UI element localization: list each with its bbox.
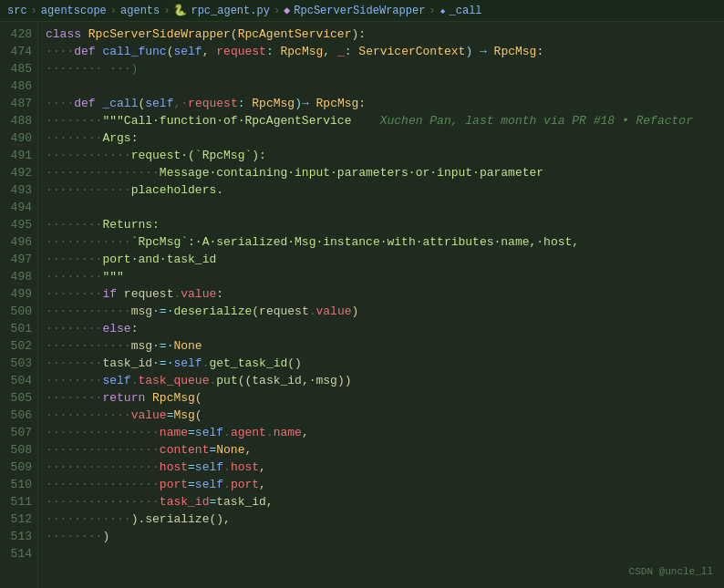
line-number: 494 — [7, 199, 32, 216]
breadcrumb-bar: src › agentscope › agents › 🐍 rpc_agent.… — [0, 0, 724, 22]
code-token: name — [160, 426, 188, 439]
code-token: ············ — [46, 183, 131, 197]
code-token: RpcAgentServicer — [238, 27, 352, 41]
line-number: 510 — [7, 476, 32, 493]
line-number: 501 — [7, 320, 32, 337]
code-token: self — [195, 426, 223, 439]
code-token: call_func — [102, 45, 166, 58]
code-token: () — [287, 356, 302, 370]
code-token: self — [102, 374, 130, 387]
code-token: ,· — [173, 97, 188, 110]
code-token: ········ — [46, 270, 102, 284]
code-line: ············msg·=·deserialize(request.va… — [46, 303, 717, 320]
code-token: ) — [102, 530, 109, 543]
line-number: 492 — [7, 164, 32, 181]
code-token: msg — [131, 339, 152, 353]
line-number: 474 — [7, 43, 32, 60]
breadcrumb-class[interactable]: RpcServerSideWrapper — [294, 5, 425, 17]
code-line: ············`RpcMsg`:·A·serialized·Msg·i… — [46, 233, 717, 251]
code-container: 4284744854864874884904914924934944954964… — [0, 22, 724, 588]
line-number: 491 — [7, 147, 32, 164]
code-line: ········"""Call·function·of·RpcAgentServ… — [46, 112, 717, 129]
code-area[interactable]: class RpcServerSideWrapper(RpcAgentServi… — [38, 22, 724, 588]
code-token: task_id — [102, 356, 152, 370]
code-line: ········""" — [46, 268, 717, 285]
code-token: Returns — [102, 218, 152, 232]
line-number: 511 — [7, 493, 32, 511]
code-token: : — [266, 45, 281, 58]
code-token: : — [238, 97, 253, 110]
code-token: ········ — [46, 374, 102, 387]
code-token: ( — [231, 27, 238, 41]
code-token: ········ — [46, 530, 102, 543]
line-number: 507 — [7, 424, 32, 441]
code-token: : — [345, 45, 359, 58]
code-token: ········ — [46, 218, 102, 232]
code-line: ············value=Msg( — [46, 407, 717, 424]
code-line: ········else: — [46, 320, 717, 337]
code-token: ············ — [46, 339, 131, 353]
code-token: host — [160, 460, 188, 474]
line-number: 498 — [7, 268, 32, 285]
code-token: task_queue — [138, 374, 209, 387]
code-token: self — [173, 356, 202, 370]
code-token: agent — [231, 426, 266, 439]
watermark: CSDN @uncle_ll — [629, 563, 713, 581]
line-number: 493 — [7, 181, 32, 199]
code-token: ·=· — [152, 304, 173, 318]
code-token: put — [216, 374, 237, 387]
code-token: RpcMsg — [316, 97, 359, 110]
line-number: 504 — [7, 372, 32, 389]
code-token: return — [102, 391, 152, 405]
code-token: RpcServerSideWrapper — [88, 27, 231, 41]
code-token: ············ — [46, 304, 131, 318]
code-token: Xuchen Pan, last month via PR #18 • Refa… — [351, 114, 692, 128]
code-token: request — [131, 149, 181, 162]
sep5: › — [429, 5, 435, 17]
code-line: ········self.task_queue.put((task_id,·ms… — [46, 372, 717, 389]
code-token: ·=· — [152, 339, 173, 353]
code-token: ········ ···) — [46, 62, 138, 76]
code-line: ················content=None, — [46, 441, 717, 459]
breadcrumb-file[interactable]: rpc_agent.py — [191, 5, 269, 17]
line-number: 490 — [7, 129, 32, 147]
code-token: . — [223, 478, 231, 491]
line-number: 487 — [7, 95, 32, 112]
code-token: self — [145, 97, 173, 110]
code-token: . — [266, 426, 274, 439]
line-number: 499 — [7, 285, 32, 303]
code-token: else — [102, 322, 130, 335]
code-token: msg — [131, 304, 152, 318]
breadcrumb-method[interactable]: _call — [450, 5, 482, 17]
line-number: 485 — [7, 60, 32, 77]
code-token: , — [266, 495, 274, 509]
line-number: 509 — [7, 459, 32, 476]
code-line — [46, 199, 717, 216]
code-token: ················ — [46, 166, 160, 180]
code-token: RpcMsg — [494, 45, 537, 58]
breadcrumb-agents[interactable]: agents — [120, 5, 160, 17]
code-line: ················Message·containing·input… — [46, 164, 717, 181]
code-token: """ — [102, 270, 123, 284]
code-token: ········ — [46, 287, 102, 301]
code-token: , — [244, 443, 252, 457]
line-number: 500 — [7, 303, 32, 320]
code-token: request — [216, 45, 266, 58]
breadcrumb-agentscope[interactable]: agentscope — [41, 5, 107, 17]
code-line: ················name=self.agent.name, — [46, 424, 717, 441]
code-token: name — [274, 426, 302, 439]
line-number: 502 — [7, 337, 32, 355]
code-token: . — [223, 426, 231, 439]
code-token: ·(` — [181, 149, 202, 162]
code-token: ············ — [46, 149, 131, 162]
code-line: ········ ···) — [46, 60, 717, 77]
code-token: self — [195, 478, 223, 491]
code-token: Call·function·of·RpcAgentService — [124, 114, 352, 128]
code-token: . — [223, 460, 231, 474]
code-line: class RpcServerSideWrapper(RpcAgentServi… — [46, 26, 717, 43]
breadcrumb-src[interactable]: src — [7, 5, 27, 17]
code-line: ····def call_func(self, request: RpcMsg,… — [46, 43, 717, 60]
code-token: , — [259, 460, 266, 474]
code-line — [46, 545, 717, 562]
code-token: placeholders. — [131, 183, 223, 197]
